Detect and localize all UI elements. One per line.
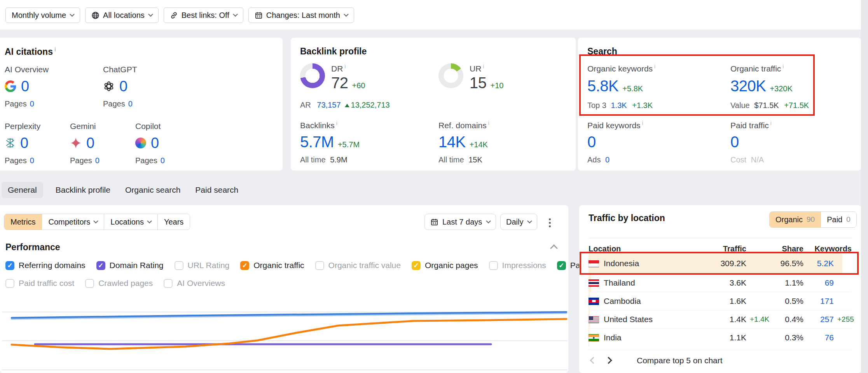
more-options-kebab[interactable] — [547, 217, 552, 229]
segment-metrics[interactable]: Metrics — [4, 214, 42, 230]
collapse-chevron-up-icon[interactable] — [550, 244, 558, 252]
checkbox-icon — [412, 261, 421, 270]
traffic-value: 3.6K — [686, 278, 746, 288]
cost-label: Cost — [730, 155, 746, 164]
globe-icon — [91, 11, 100, 19]
info-icon[interactable]: i — [483, 63, 484, 70]
google-icon — [5, 80, 16, 92]
checkbox-icon — [164, 279, 173, 288]
previous-page-chevron-icon[interactable] — [590, 357, 597, 364]
chevron-down-icon — [70, 12, 75, 17]
keywords-link[interactable]: 257 — [803, 315, 834, 324]
keywords-link[interactable]: 5.2K — [803, 259, 834, 268]
checkbox-ai-overviews[interactable]: AI Overviews — [164, 279, 225, 288]
keywords-link[interactable]: 76 — [803, 333, 834, 342]
chart-mode-segments: Metrics Competitors Locations Years — [4, 214, 190, 230]
info-icon[interactable]: i — [654, 63, 655, 70]
paid-keywords-label: Paid keywords — [587, 121, 641, 130]
segment-years[interactable]: Years — [157, 214, 190, 230]
tab-paid-search[interactable]: Paid search — [193, 182, 241, 198]
paid-traffic-value-link[interactable]: 0 — [730, 133, 739, 150]
segment-competitors[interactable]: Competitors — [42, 214, 104, 230]
monthly-volume-dropdown[interactable]: Monthly volume — [5, 7, 80, 23]
calendar-icon — [430, 218, 438, 226]
pages-value-link[interactable]: 0 — [95, 156, 100, 165]
engine-value-link[interactable]: 0 — [151, 135, 159, 152]
tab-general[interactable]: General — [2, 182, 43, 198]
metric-checkbox-row-2: Paid traffic cost Crawled pages AI Overv… — [5, 279, 225, 288]
value-label: Value — [730, 101, 750, 110]
tab-organic-search[interactable]: Organic search — [123, 182, 183, 198]
traffic-value-delta: +71.5K — [784, 101, 809, 110]
granularity-dropdown[interactable]: Daily — [500, 214, 537, 230]
date-range-dropdown[interactable]: Last 7 days — [424, 214, 496, 230]
checkbox-organic-pages[interactable]: Organic pages — [412, 261, 478, 270]
ads-value-link[interactable]: 0 — [605, 155, 610, 164]
engine-value-link[interactable]: 0 — [20, 135, 28, 152]
checkbox-referring-domains[interactable]: Referring domains — [5, 261, 86, 270]
checkbox-impressions[interactable]: Impressions — [489, 261, 546, 270]
pages-value-link[interactable]: 0 — [30, 99, 34, 108]
pages-value-link[interactable]: 0 — [128, 99, 133, 108]
backlink-profile-title: Backlink profile — [300, 46, 367, 57]
next-page-chevron-icon[interactable] — [605, 357, 612, 364]
table-row-indonesia[interactable]: Indonesia 309.2K 96.5% 5.2K — [589, 253, 852, 274]
pages-value-link[interactable]: 0 — [30, 156, 34, 165]
organic-keywords-value-link[interactable]: 5.8K — [587, 77, 618, 94]
toggle-paid[interactable]: Paid 0 — [821, 212, 856, 227]
info-icon[interactable]: i — [488, 120, 489, 126]
checkbox-organic-traffic-value[interactable]: Organic traffic value — [315, 261, 401, 270]
info-icon[interactable]: i — [54, 46, 56, 52]
toggle-organic[interactable]: Organic 90 — [770, 212, 821, 227]
changes-label: Changes: Last month — [266, 11, 340, 20]
info-icon[interactable]: i — [642, 120, 643, 126]
keywords-link[interactable]: 171 — [803, 296, 834, 306]
paid-traffic-label: Paid traffic — [730, 121, 769, 130]
performance-panel: Metrics Competitors Locations Years Last… — [0, 205, 568, 373]
tab-backlink-profile[interactable]: Backlink profile — [53, 182, 113, 198]
organic-traffic-value-link[interactable]: 320K — [730, 77, 766, 94]
checkbox-paid-traffic-cost[interactable]: Paid traffic cost — [5, 279, 74, 288]
all-locations-dropdown[interactable]: All locations — [85, 7, 159, 23]
series-referring-domains — [12, 312, 566, 318]
pages-value-link[interactable]: 0 — [161, 156, 165, 165]
engine-value-link[interactable]: 0 — [86, 135, 94, 152]
checkbox-url-rating[interactable]: URL Rating — [175, 261, 230, 270]
info-icon[interactable]: i — [344, 63, 346, 70]
ref-domains-value-link[interactable]: 14K — [438, 133, 466, 150]
all-locations-label: All locations — [103, 11, 145, 20]
engine-value-link[interactable]: 0 — [21, 78, 29, 95]
paid-keywords-value-link[interactable]: 0 — [587, 133, 596, 150]
info-icon[interactable]: i — [782, 63, 784, 70]
monthly-volume-label: Monthly volume — [12, 11, 66, 20]
checkbox-crawled-pages[interactable]: Crawled pages — [85, 279, 153, 288]
best-links-dropdown[interactable]: Best links: Off — [164, 7, 243, 23]
changes-dropdown[interactable]: Changes: Last month — [248, 7, 354, 23]
organic-keywords-delta: +5.8K — [622, 84, 643, 93]
compare-top5-link[interactable]: Compare top 5 on chart — [637, 356, 723, 365]
info-icon[interactable]: i — [336, 120, 337, 126]
checkbox-organic-traffic[interactable]: Organic traffic — [240, 261, 304, 270]
top3-value-link[interactable]: 1.3K — [611, 101, 627, 110]
share-value: 96.5% — [775, 259, 803, 268]
keywords-delta: +255 — [834, 315, 852, 324]
cost-value: N/A — [751, 155, 764, 164]
ar-value-link[interactable]: 73,157 — [317, 101, 341, 109]
table-row-thailand[interactable]: Thailand 3.6K 1.1% 69 — [589, 274, 852, 292]
backlinks-value-link[interactable]: 5.7M — [300, 133, 334, 150]
scrollbar-gutter[interactable] — [861, 0, 868, 373]
ai-engine-chatgpt: ChatGPT 0 Pages0 — [103, 65, 189, 108]
table-row-cambodia[interactable]: Cambodia 1.6K 0.5% 171 — [589, 292, 852, 310]
checkbox-icon — [315, 261, 324, 270]
checkbox-domain-rating[interactable]: Domain Rating — [96, 261, 164, 270]
info-icon[interactable]: i — [770, 120, 772, 126]
up-triangle-icon — [345, 104, 349, 107]
engine-value-link[interactable]: 0 — [119, 78, 127, 95]
segment-locations[interactable]: Locations — [104, 214, 157, 230]
keywords-link[interactable]: 69 — [803, 278, 834, 288]
table-row-india[interactable]: India 1.1K 0.3% 76 — [589, 328, 852, 347]
search-title: Search — [587, 46, 617, 57]
chevron-down-icon — [233, 12, 238, 17]
url-rating-block: URi 15+10 — [438, 63, 503, 92]
table-row-united-states[interactable]: United States 1.4K +1.4K 0.4% 257 +255 — [589, 310, 852, 328]
